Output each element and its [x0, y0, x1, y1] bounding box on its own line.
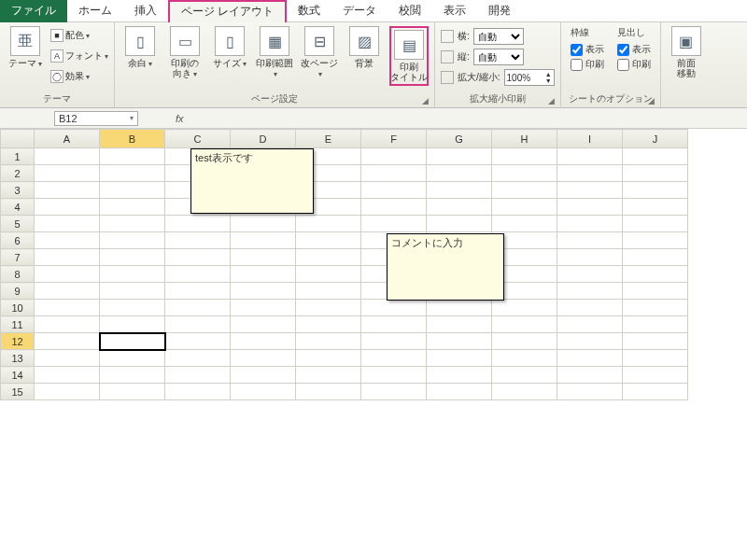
- cell-H2[interactable]: [492, 165, 557, 182]
- cell-J8[interactable]: [623, 266, 688, 283]
- cell-C7[interactable]: [165, 249, 231, 266]
- cell-F3[interactable]: [361, 182, 427, 199]
- cell-C5[interactable]: [165, 216, 231, 232]
- cell-D12[interactable]: [231, 333, 296, 350]
- cell-D8[interactable]: [231, 266, 296, 283]
- cell-C12[interactable]: [165, 333, 231, 350]
- cell-H14[interactable]: [492, 367, 557, 384]
- cell-C11[interactable]: [165, 316, 231, 333]
- column-header[interactable]: E: [296, 130, 361, 148]
- tab-formulas[interactable]: 数式: [287, 0, 331, 22]
- row-header[interactable]: 9: [1, 283, 35, 300]
- cell-H5[interactable]: [492, 216, 557, 232]
- cell-D10[interactable]: [231, 300, 296, 316]
- row-header[interactable]: 7: [1, 249, 35, 266]
- cell-B7[interactable]: [100, 249, 165, 266]
- row-header[interactable]: 11: [1, 316, 35, 333]
- cell-I4[interactable]: [557, 199, 623, 216]
- gridlines-view-checkbox[interactable]: 表示: [571, 43, 604, 56]
- cell-A4[interactable]: [35, 199, 100, 216]
- cell-D7[interactable]: [231, 249, 296, 266]
- cell-A5[interactable]: [35, 216, 100, 232]
- fx-label[interactable]: fx: [176, 113, 184, 124]
- cell-A9[interactable]: [35, 283, 100, 300]
- cell-G11[interactable]: [427, 316, 492, 333]
- cell-E7[interactable]: [296, 249, 361, 266]
- cell-F11[interactable]: [361, 316, 427, 333]
- cell-G14[interactable]: [427, 367, 492, 384]
- cell-A11[interactable]: [35, 316, 100, 333]
- tab-view[interactable]: 表示: [432, 0, 477, 22]
- cell-B12[interactable]: [100, 333, 165, 350]
- scale-spinner[interactable]: 100%▲▼: [504, 69, 555, 86]
- cell-I9[interactable]: [557, 283, 623, 300]
- cell-E5[interactable]: [296, 216, 361, 232]
- row-header[interactable]: 2: [1, 165, 35, 182]
- cell-A13[interactable]: [35, 350, 100, 367]
- breaks-button[interactable]: ⊟改ページ: [300, 26, 339, 79]
- row-header[interactable]: 12: [1, 333, 35, 350]
- cell-H15[interactable]: [492, 384, 557, 400]
- cell-I15[interactable]: [557, 384, 623, 400]
- cell-J15[interactable]: [623, 384, 688, 400]
- cell-D11[interactable]: [231, 316, 296, 333]
- dialog-launcher-icon[interactable]: ◢: [548, 96, 555, 105]
- row-header[interactable]: 15: [1, 384, 35, 400]
- cell-A10[interactable]: [35, 300, 100, 316]
- margins-button[interactable]: ▯余白: [120, 26, 160, 69]
- cell-F14[interactable]: [361, 367, 427, 384]
- cell-E9[interactable]: [296, 283, 361, 300]
- tab-home[interactable]: ホーム: [67, 0, 123, 22]
- cell-I6[interactable]: [557, 232, 623, 249]
- cell-I5[interactable]: [557, 216, 623, 232]
- cell-F12[interactable]: [361, 333, 427, 350]
- cell-J10[interactable]: [623, 300, 688, 316]
- row-header[interactable]: 1: [1, 148, 35, 165]
- cell-G2[interactable]: [427, 165, 492, 182]
- cell-A6[interactable]: [35, 232, 100, 249]
- cell-G15[interactable]: [427, 384, 492, 400]
- cell-J5[interactable]: [623, 216, 688, 232]
- cell-A7[interactable]: [35, 249, 100, 266]
- cell-B13[interactable]: [100, 350, 165, 367]
- themes-button[interactable]: 亜 テーマ: [6, 26, 45, 69]
- cell-H11[interactable]: [492, 316, 557, 333]
- cell-C6[interactable]: [165, 232, 231, 249]
- comment-box[interactable]: コメントに入力: [387, 233, 504, 301]
- cell-H10[interactable]: [492, 300, 557, 316]
- cell-F10[interactable]: [361, 300, 427, 316]
- cell-E11[interactable]: [296, 316, 361, 333]
- cell-E10[interactable]: [296, 300, 361, 316]
- cell-C14[interactable]: [165, 367, 231, 384]
- cell-G10[interactable]: [427, 300, 492, 316]
- cell-A8[interactable]: [35, 266, 100, 283]
- bring-forward-button[interactable]: ▣前面 移動: [667, 26, 706, 78]
- size-button[interactable]: ▯サイズ: [210, 26, 249, 69]
- cell-B3[interactable]: [100, 182, 165, 199]
- orientation-button[interactable]: ▭印刷の 向き: [165, 26, 204, 79]
- row-header[interactable]: 4: [1, 199, 35, 216]
- cell-A12[interactable]: [35, 333, 100, 350]
- cell-H3[interactable]: [492, 182, 557, 199]
- cell-A15[interactable]: [35, 384, 100, 400]
- width-select[interactable]: 自動: [473, 28, 524, 45]
- cell-B2[interactable]: [100, 165, 165, 182]
- cell-D14[interactable]: [231, 367, 296, 384]
- column-header[interactable]: C: [165, 130, 231, 148]
- gridlines-print-checkbox[interactable]: 印刷: [571, 58, 604, 71]
- column-header[interactable]: B: [100, 130, 165, 148]
- cell-A2[interactable]: [35, 165, 100, 182]
- cell-G3[interactable]: [427, 182, 492, 199]
- print-titles-button[interactable]: ▤印刷 タイトル: [389, 26, 429, 86]
- cell-J12[interactable]: [623, 333, 688, 350]
- tab-file[interactable]: ファイル: [0, 0, 67, 22]
- name-box[interactable]: B12▾: [54, 111, 138, 126]
- cell-I2[interactable]: [557, 165, 623, 182]
- cell-B11[interactable]: [100, 316, 165, 333]
- cell-A1[interactable]: [35, 148, 100, 165]
- cell-C15[interactable]: [165, 384, 231, 400]
- cell-E14[interactable]: [296, 367, 361, 384]
- cell-F5[interactable]: [361, 216, 427, 232]
- cell-B5[interactable]: [100, 216, 165, 232]
- cell-I13[interactable]: [557, 350, 623, 367]
